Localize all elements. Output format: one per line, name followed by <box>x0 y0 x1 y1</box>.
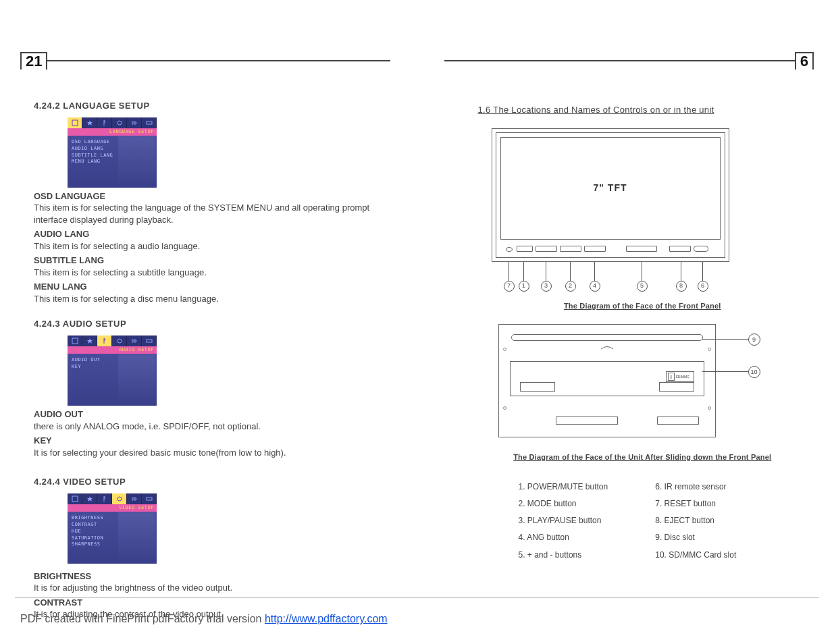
control-item: 2. MODE button <box>519 495 608 512</box>
heading-menu-lang: MENU LANG <box>34 281 390 293</box>
svg-rect-0 <box>72 120 78 126</box>
page-number-row-right: 6 <box>444 51 814 70</box>
footer-rule <box>15 597 819 598</box>
svg-rect-2 <box>147 122 152 124</box>
osd-screenshot-language: LANGUAGE SETUP OSD LANGUAGEAUDIO LANG SU… <box>68 117 157 188</box>
fp-button-2 <box>536 246 557 252</box>
control-item: 8. EJECT button <box>655 512 736 529</box>
tft-screen-label: 7" TFT <box>500 137 721 240</box>
disc-slot-icon <box>511 334 703 341</box>
control-item: 4. ANG button <box>519 529 608 546</box>
heading-4-24-4: 4.24.4 VIDEO SETUP <box>34 476 390 488</box>
inner-panel-diagram: ▯SD/MMC <box>498 324 716 437</box>
control-item: 1. POWER/MUTE button <box>519 479 608 495</box>
bottom-slot-2-icon <box>657 417 699 425</box>
control-item: 3. PLAY/PAUSE button <box>519 512 608 529</box>
footer: PDF created with FinePrint pdfFactory tr… <box>20 613 388 625</box>
heading-brightness: BRIGHTNESS <box>34 570 390 583</box>
caption-inner-panel: The Diagram of the Face of the Unit Afte… <box>478 452 808 462</box>
page-number-right: 6 <box>795 52 814 70</box>
fp-button-1 <box>517 246 533 252</box>
text-key: It is for selecting your desired basic m… <box>34 447 390 459</box>
heading-audio-out: AUDIO OUT <box>34 408 390 421</box>
fp-button-5 <box>626 246 657 252</box>
heading-contrast: CONTRAST <box>34 597 390 609</box>
svg-point-7 <box>118 497 122 501</box>
reset-hole-icon <box>506 247 513 252</box>
page-number-left: 21 <box>20 52 47 70</box>
fp-button-6 <box>669 246 691 252</box>
svg-rect-8 <box>147 498 152 500</box>
front-panel-diagram: 7" TFT <box>492 128 729 262</box>
text-audio-out: there is only ANALOG mode, i.e. SPDIF/OF… <box>34 421 390 433</box>
callout-9: 9 <box>748 333 760 346</box>
eject-arc-icon <box>600 346 615 350</box>
bottom-slot-1-icon <box>556 417 618 425</box>
control-item: 10. SD/MMC Card slot <box>655 547 736 564</box>
slot-right-icon <box>659 382 694 392</box>
svg-rect-3 <box>72 338 78 344</box>
fp-button-4 <box>584 246 606 252</box>
heading-subtitle-lang: SUBTITLE LANG <box>34 254 390 267</box>
svg-point-4 <box>118 339 122 343</box>
control-item: 9. Disc slot <box>655 529 736 546</box>
heading-key: KEY <box>34 435 390 447</box>
text-osd-language: This item is for selecting the language … <box>34 202 390 225</box>
footer-text: PDF created with FinePrint pdfFactory tr… <box>20 613 265 624</box>
text-audio-lang: This item is for selecting a audio langu… <box>34 240 390 252</box>
osd-screenshot-video: VIDEO SETUP BRIGHTNESSCONTRAST HUESATURA… <box>68 493 157 564</box>
front-panel-callouts: 7 1 3 2 4 5 8 6 <box>492 262 729 293</box>
page-number-row-left: 21 <box>20 51 390 70</box>
sd-card-slot-icon: ▯SD/MMC <box>666 371 694 382</box>
text-brightness: It is for adjusting the brightness of th… <box>34 582 390 594</box>
caption-front-panel: The Diagram of the Face of the Front Pan… <box>478 301 808 311</box>
controls-list: 1. POWER/MUTE button 2. MODE button 3. P… <box>519 479 808 564</box>
heading-4-24-3: 4.24.3 AUDIO SETUP <box>34 318 390 330</box>
footer-link[interactable]: http://www.pdffactory.com <box>265 613 388 624</box>
osd-screenshot-audio: AUDIO SETUP AUDIO OUTKEY <box>68 336 157 406</box>
callout-10: 10 <box>748 366 760 378</box>
text-subtitle-lang: This item is for selecting a subtitle la… <box>34 267 390 279</box>
heading-osd-language: OSD LANGUAGE <box>34 190 390 203</box>
control-item: 6. IR remote sensor <box>655 479 736 495</box>
svg-rect-5 <box>147 340 152 342</box>
section-title-1-6: 1.6 The Locations and Names of Controls … <box>478 104 808 116</box>
control-item: 5. + and - buttons <box>519 547 608 564</box>
text-menu-lang: This item is for selecting a disc menu l… <box>34 293 390 305</box>
svg-point-1 <box>118 121 122 125</box>
control-item: 7. RESET button <box>655 495 736 512</box>
heading-4-24-2: 4.24.2 LANGUAGE SETUP <box>34 100 390 112</box>
heading-audio-lang: AUDIO LANG <box>34 228 390 240</box>
slot-left-icon <box>520 382 555 392</box>
ir-window-icon <box>694 246 708 252</box>
svg-rect-6 <box>72 496 78 502</box>
fp-button-3 <box>560 246 581 252</box>
